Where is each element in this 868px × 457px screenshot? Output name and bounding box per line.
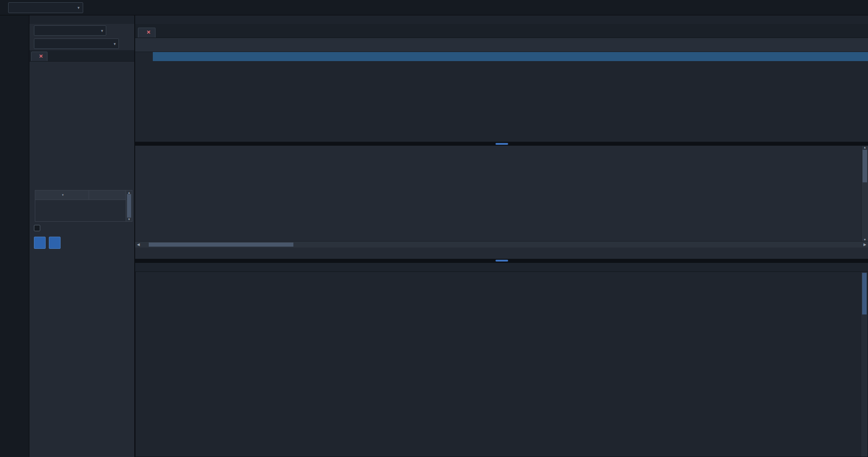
attribute-column-header[interactable]: ▾ [35, 190, 89, 200]
activity-bar [0, 15, 29, 457]
explorer-tab-bar: ✕ [29, 50, 134, 62]
scrollbar-thumb[interactable] [863, 150, 867, 182]
sql-tab-bar: ✕ [135, 24, 868, 38]
schema-select[interactable]: ▾ [34, 38, 119, 49]
new-sql-script-icon[interactable] [158, 28, 169, 38]
sql-tab-demodb[interactable]: ✕ [138, 28, 156, 38]
explorer-tab-demodb[interactable]: ✕ [31, 52, 47, 61]
scroll-down-icon[interactable]: ▼ [863, 238, 867, 241]
sql-toolbar [135, 38, 868, 52]
close-icon[interactable]: ✕ [39, 53, 43, 59]
sql-statement[interactable] [153, 52, 868, 61]
scroll-left-icon[interactable]: ◀ [135, 243, 142, 247]
sql-editor[interactable] [135, 52, 868, 142]
source-code-panel [135, 263, 868, 457]
sort-caret-icon: ▾ [62, 193, 64, 197]
object-tree [29, 65, 134, 178]
database-select[interactable]: ▾ [8, 2, 83, 13]
attributes-scrollbar[interactable]: ▲ ▼ [126, 190, 132, 222]
sql-editor-panel: ✕ ▲ ▼ [135, 15, 868, 259]
refresh-icon[interactable] [121, 39, 132, 49]
panels-splitter[interactable] [135, 259, 868, 263]
results-grid: ▲ ▼ [135, 146, 868, 241]
source-panel-title [135, 263, 868, 271]
chevron-down-icon: ▾ [77, 5, 80, 10]
database-explorer-panel: ▾ ▾ ✕ ▾ [29, 15, 135, 457]
vertical-scrollbar[interactable] [861, 272, 868, 457]
scrollbar-thumb[interactable] [862, 273, 867, 314]
splitter-handle[interactable] [495, 260, 508, 262]
sql-editor-line[interactable] [135, 52, 868, 61]
value-column-header[interactable] [89, 190, 126, 200]
editor-results-splitter[interactable] [135, 142, 868, 146]
scrollbar-thumb[interactable] [127, 194, 131, 218]
scroll-up-icon[interactable]: ▲ [127, 191, 131, 194]
vertical-scrollbar[interactable]: ▲ ▼ [861, 146, 868, 241]
line-number [135, 52, 153, 61]
chevron-down-icon: ▾ [101, 29, 103, 33]
scroll-right-icon[interactable]: ▶ [862, 243, 868, 247]
close-icon[interactable]: ✕ [146, 29, 151, 35]
scroll-up-icon[interactable]: ▲ [863, 146, 867, 149]
splitter-handle[interactable] [495, 143, 508, 145]
sql-panel-title [135, 15, 868, 24]
horizontal-scrollbar[interactable]: ◀ ▶ [135, 241, 868, 248]
source-code-editor[interactable] [136, 272, 861, 457]
attributes-button[interactable] [34, 237, 46, 249]
scrollbar-thumb[interactable] [149, 243, 293, 247]
result-tabs [135, 248, 868, 259]
top-toolbar: ▾ [0, 0, 868, 15]
connect-bolt-icon[interactable] [108, 26, 119, 36]
explorer-panel-title [29, 15, 134, 24]
attributes-grid: ▾ ▲ ▼ [35, 190, 132, 222]
source-code-button[interactable] [49, 237, 61, 249]
plug-icon[interactable] [121, 26, 132, 36]
chevron-down-icon: ▾ [113, 42, 116, 46]
connection-select[interactable]: ▾ [34, 25, 106, 36]
scroll-down-icon[interactable]: ▼ [127, 218, 131, 221]
attributes-grid-header: ▾ [35, 190, 126, 200]
show-raw-attributes-checkbox[interactable] [34, 225, 40, 231]
explorer-toolbar [29, 62, 134, 65]
